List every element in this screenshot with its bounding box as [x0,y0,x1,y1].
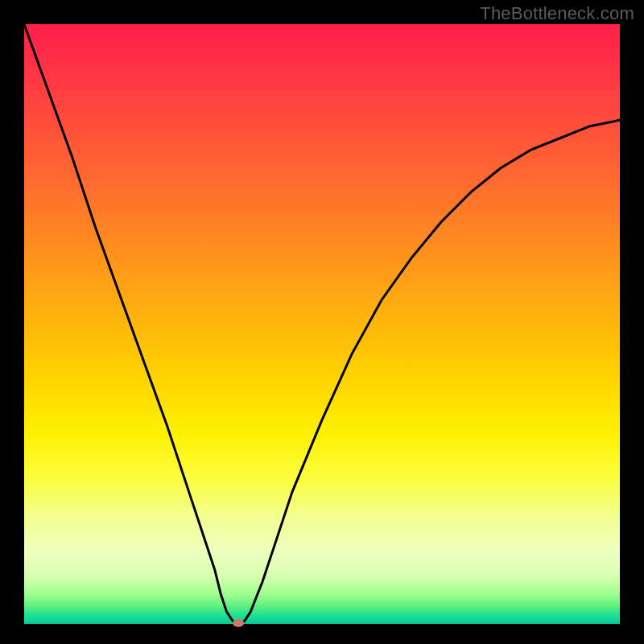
plot-area [24,24,620,624]
optimal-point-marker [233,619,244,627]
bottleneck-curve [24,24,620,624]
chart-container: TheBottleneck.com [0,0,644,644]
watermark-text: TheBottleneck.com [480,3,634,24]
